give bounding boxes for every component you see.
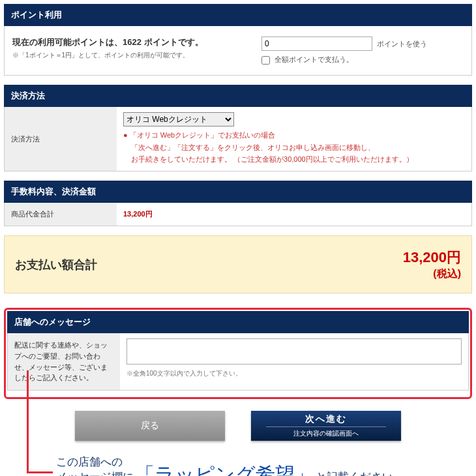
points-rate-note: ※「1ポイント＝1円」として、ポイントの利用が可能です。 — [12, 51, 261, 60]
points-available-text: 現在の利用可能ポイントは、1622 ポイントです。 — [12, 37, 261, 48]
pay-all-label: 全額ポイントで支払う。 — [275, 55, 353, 63]
message-header: 店舗へのメッセージ — [7, 311, 469, 333]
points-body: 現在の利用可能ポイントは、1622 ポイントです。 ※「1ポイント＝1円」として… — [4, 26, 472, 76]
use-points-label: ポイントを使う — [377, 40, 427, 48]
fees-section: 手数料内容、決済金額 商品代金合計 13,200円 — [4, 181, 472, 226]
payment-section: 決済方法 決済方法 オリコ Webクレジット ● 「オリコ Webクレジット」で… — [4, 85, 472, 171]
message-label: 配送に関する連絡や、ショップへのご要望、お問い合わせ、メッセージ等、ございました… — [8, 333, 120, 390]
total-amount: 13,200円 — [403, 248, 461, 267]
payment-method-select[interactable]: オリコ Webクレジット — [123, 112, 234, 126]
fees-row-label: 商品代金合計 — [5, 203, 117, 226]
payment-note-1: 「オリコ Webクレジット」でお支払いの場合 — [130, 131, 275, 139]
fees-amount: 13,200円 — [123, 210, 153, 218]
message-textarea[interactable] — [126, 338, 462, 364]
annotation-lead: この店舗への メッセージ欄に — [56, 455, 134, 476]
fees-header: 手数料内容、決済金額 — [4, 181, 472, 203]
button-row: 戻る 次へ進む 注文内容の確認画面へ — [4, 411, 472, 441]
points-input[interactable] — [261, 37, 372, 51]
points-section: ポイント利用 現在の利用可能ポイントは、1622 ポイントです。 ※「1ポイント… — [4, 4, 472, 76]
pay-all-checkbox[interactable] — [261, 56, 270, 65]
total-box: お支払い額合計 13,200円 (税込) — [4, 235, 472, 293]
total-tax: (税込) — [403, 267, 461, 281]
points-header: ポイント利用 — [4, 4, 472, 26]
message-highlight-box: 店舗へのメッセージ 配送に関する連絡や、ショップへのご要望、お問い合わせ、メッセ… — [4, 308, 472, 399]
payment-header: 決済方法 — [4, 85, 472, 107]
annotation-tail: と記載ください — [316, 470, 393, 476]
total-label: お支払い額合計 — [15, 257, 403, 273]
bullet-icon: ● — [123, 131, 128, 139]
payment-note-2: 「次へ進む」「注文する」をクリック後、オリコお申し込み画面に移動し、 — [131, 141, 465, 154]
annotation-emphasis: 「ラッピング希望」 — [135, 462, 314, 476]
next-button[interactable]: 次へ進む 注文内容の確認画面へ — [251, 411, 401, 441]
annotation: この店舗への メッセージ欄に 「ラッピング希望」 と記載ください — [4, 455, 472, 476]
annotation-connector-line — [27, 370, 53, 473]
message-hint: ※全角100文字以内で入力して下さい。 — [126, 369, 462, 378]
back-button[interactable]: 戻る — [75, 411, 225, 441]
payment-note-3: お手続きをしていただけます。 （ご注文金額が30,000円以上でご利用いただけま… — [131, 153, 465, 166]
payment-row-label: 決済方法 — [5, 107, 117, 171]
